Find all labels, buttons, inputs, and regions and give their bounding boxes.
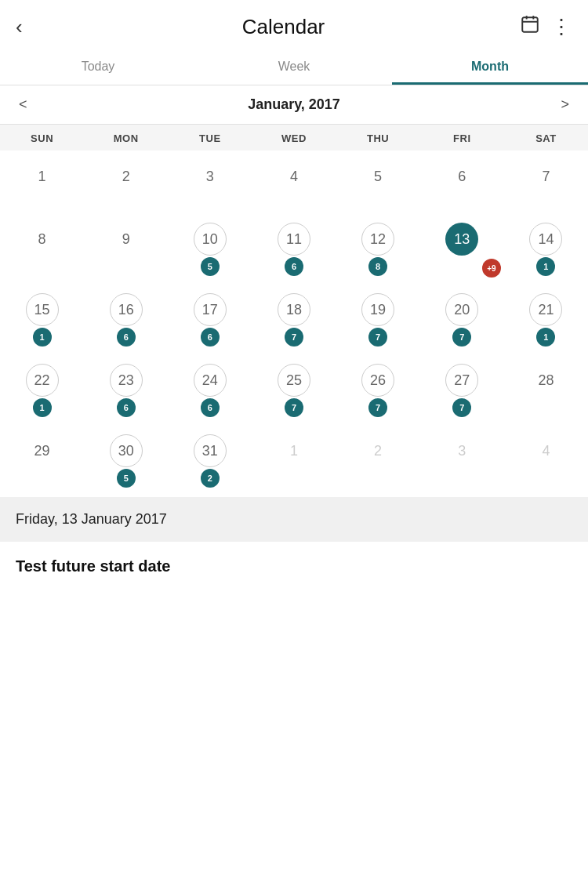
calendar-cell[interactable]: 7 (504, 151, 588, 213)
calendar-cell[interactable]: 2 (84, 151, 168, 213)
month-navigation: < January, 2017 > (0, 85, 588, 125)
calendar-cell[interactable]: 9 (84, 213, 168, 284)
overflow-badge: +9 (482, 259, 501, 278)
tab-week[interactable]: Week (196, 49, 392, 85)
day-number: 25 (278, 364, 310, 397)
event-count-badge: 8 (368, 257, 387, 276)
day-number: 5 (361, 160, 394, 193)
calendar-cell[interactable]: 257 (252, 354, 336, 425)
calendar-cell[interactable]: 4 (252, 151, 336, 213)
calendar-cell[interactable]: 2 (336, 425, 420, 495)
event-count-badge: 5 (201, 257, 220, 276)
calendar-cell[interactable]: 211 (504, 284, 588, 354)
header: ‹ Calendar ⋮ (0, 0, 588, 49)
calendar-cell[interactable]: 221 (0, 354, 84, 425)
calendar-cell[interactable]: 267 (336, 354, 420, 425)
day-number: 3 (194, 160, 227, 193)
calendar-cell[interactable]: 207 (420, 284, 504, 354)
calendar-cell[interactable]: 176 (168, 284, 252, 354)
tab-month[interactable]: Month (392, 49, 588, 85)
calendar-cell[interactable]: 5 (336, 151, 420, 213)
calendar-cell[interactable]: 3 (168, 151, 252, 213)
day-number: 30 (110, 434, 143, 467)
event-count-badge: 1 (33, 328, 52, 347)
calendar-cell[interactable]: 6 (420, 151, 504, 213)
day-number: 17 (194, 293, 227, 326)
event-count-badge: 6 (201, 398, 220, 417)
event-count-badge: 5 (117, 469, 136, 488)
day-number: 10 (194, 223, 227, 256)
header-actions: ⋮ (520, 14, 572, 39)
event-count-badge: 1 (536, 328, 555, 347)
calendar-cell[interactable]: 312 (168, 425, 252, 495)
event-count-badge: 1 (33, 398, 52, 417)
day-number: 1 (278, 434, 310, 467)
day-header-fri: FRI (420, 132, 504, 144)
event-count-badge: 7 (285, 328, 303, 347)
prev-month-button[interactable]: < (13, 93, 34, 116)
day-number: 11 (278, 223, 310, 256)
calendar-cell[interactable]: 141 (504, 213, 588, 284)
day-header-mon: MON (84, 132, 168, 144)
day-number: 12 (361, 223, 394, 256)
calendar-cell[interactable]: 1 (252, 425, 336, 495)
calendar-cell[interactable]: 28 (504, 354, 588, 425)
day-number: 14 (529, 223, 562, 256)
day-number: 3 (445, 434, 478, 467)
calendar-cell[interactable]: 277 (420, 354, 504, 425)
day-number: 4 (278, 160, 310, 193)
day-number: 20 (445, 293, 478, 326)
calendar-cell[interactable]: 1 (0, 151, 84, 213)
calendar-cell[interactable]: 13+9 (420, 213, 504, 284)
calendar-icon[interactable] (520, 14, 540, 39)
calendar-cell[interactable]: 197 (336, 284, 420, 354)
calendar-cell[interactable]: 166 (84, 284, 168, 354)
calendar-cell[interactable]: 29 (0, 425, 84, 495)
calendar-cell[interactable]: 151 (0, 284, 84, 354)
day-header-sat: SAT (504, 132, 588, 144)
day-number: 7 (529, 160, 562, 193)
calendar-cell[interactable]: 4 (504, 425, 588, 495)
day-number: 15 (26, 293, 59, 326)
calendar-cell[interactable]: 246 (168, 354, 252, 425)
event-count-badge: 7 (285, 398, 303, 417)
back-button[interactable]: ‹ (16, 15, 47, 39)
tab-today[interactable]: Today (0, 49, 196, 85)
day-header-wed: WED (252, 132, 336, 144)
event-count-badge: 7 (452, 328, 471, 347)
calendar-grid: 12345678910511612813+9141151166176187197… (0, 151, 588, 495)
calendar-cell[interactable]: 236 (84, 354, 168, 425)
calendar-cell[interactable]: 116 (252, 213, 336, 284)
day-header-sun: SUN (0, 132, 84, 144)
next-month-button[interactable]: > (554, 93, 575, 116)
svg-rect-0 (522, 17, 538, 31)
more-options-icon[interactable]: ⋮ (551, 15, 572, 39)
event-count-badge: 6 (201, 328, 220, 347)
day-number: 24 (194, 364, 227, 397)
event-section: Test future start date (0, 542, 588, 591)
selected-date-label: Friday, 13 January 2017 (16, 511, 167, 527)
day-number: 8 (26, 223, 59, 256)
calendar-cell[interactable]: 187 (252, 284, 336, 354)
day-number: 6 (445, 160, 478, 193)
day-number: 13 (445, 223, 478, 256)
day-number: 31 (194, 434, 227, 467)
calendar-cell[interactable]: 3 (420, 425, 504, 495)
calendar-cell[interactable]: 128 (336, 213, 420, 284)
day-headers: SUN MON TUE WED THU FRI SAT (0, 125, 588, 151)
day-number: 2 (361, 434, 394, 467)
month-year-label: January, 2017 (248, 96, 340, 113)
calendar-cell[interactable]: 8 (0, 213, 84, 284)
day-number: 28 (529, 364, 562, 397)
event-title: Test future start date (16, 557, 170, 575)
event-count-badge: 7 (368, 398, 387, 417)
event-count-badge: 6 (117, 398, 136, 417)
day-number: 18 (278, 293, 310, 326)
day-number: 4 (529, 434, 562, 467)
day-number: 21 (529, 293, 562, 326)
day-number: 27 (445, 364, 478, 397)
calendar-cell[interactable]: 305 (84, 425, 168, 495)
event-count-badge: 7 (368, 328, 387, 347)
calendar-cell[interactable]: 105 (168, 213, 252, 284)
day-number: 22 (26, 364, 59, 397)
